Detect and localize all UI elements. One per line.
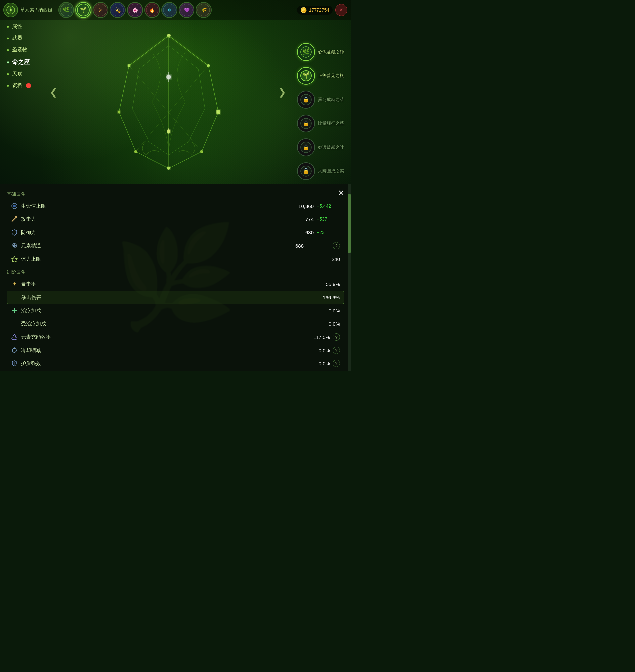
sidebar-item-weapon[interactable]: 武器 xyxy=(7,35,37,42)
svg-text:🔥: 🔥 xyxy=(149,7,155,13)
svg-point-1 xyxy=(9,9,12,11)
svg-text:💫: 💫 xyxy=(115,7,121,13)
char-avatar-6[interactable]: 🔥 xyxy=(144,2,160,18)
char-avatar-9[interactable]: 🌾 xyxy=(196,2,212,18)
nav-arrow-left[interactable]: ❮ xyxy=(50,86,57,97)
sidebar-label-info: 资料 xyxy=(12,82,22,89)
constellation-display xyxy=(53,20,284,184)
stats-close-button[interactable]: ✕ xyxy=(338,189,344,197)
stat-row-stamina: 体力上限 240 xyxy=(7,252,344,266)
def-bonus: +23 xyxy=(317,230,340,235)
char-avatar-8[interactable]: 💜 xyxy=(179,2,195,18)
section-label-basic: 基础属性 xyxy=(7,191,344,197)
crit-dmg-value: 166.6% xyxy=(313,295,340,300)
char-avatar-2[interactable]: 🌱 xyxy=(75,2,91,18)
cd-help-button[interactable]: ? xyxy=(333,346,340,354)
svg-text:💜: 💜 xyxy=(183,7,190,13)
arrow-left-icon: ❮ xyxy=(50,87,57,97)
scrollbar-thumb[interactable] xyxy=(348,194,351,253)
sidebar-item-talent[interactable]: 天赋 xyxy=(7,70,37,78)
shield-icon xyxy=(10,360,18,367)
arrow-right-icon: ❯ xyxy=(279,87,286,97)
svg-text:🌱: 🌱 xyxy=(80,7,87,13)
sidebar-item-artifact[interactable]: 圣遗物 xyxy=(7,46,37,53)
sidebar-item-attributes[interactable]: 属性 xyxy=(7,23,37,30)
sidebar-label-weapon: 武器 xyxy=(12,35,22,42)
stats-content: 基础属性 生命值上限 10,360 +5,442 攻击力 774 +537 防御… xyxy=(0,184,351,371)
sidebar-item-info[interactable]: 资料 🔴 xyxy=(7,82,37,89)
skill-item-6[interactable]: 🔒 大辨圆成之实 xyxy=(297,162,344,180)
stat-row-energy: 元素充能效率 117.5% ? xyxy=(7,330,344,343)
svg-point-55 xyxy=(13,205,16,207)
skill-icon-3: 🔒 xyxy=(297,91,315,109)
sidebar-item-constellation[interactable]: 命之座 … xyxy=(7,58,37,66)
stamina-label: 体力上限 xyxy=(21,256,313,262)
nav-close-button[interactable]: × xyxy=(335,4,347,16)
skill-item-1[interactable]: 🌿 心识蕴藏之种 xyxy=(297,43,344,61)
skill-icon-1: 🌿 xyxy=(297,43,315,61)
game-logo xyxy=(3,3,18,17)
sidebar-menu: 属性 武器 圣遗物 命之座 … 天赋 资料 🔴 xyxy=(7,23,37,89)
def-label: 防御力 xyxy=(21,229,287,236)
energy-help-button[interactable]: ? xyxy=(333,333,340,341)
crit-dmg-icon xyxy=(11,294,18,301)
char-avatar-7[interactable]: ❄ xyxy=(161,2,177,18)
gold-amount: 17772754 xyxy=(309,7,329,13)
char-avatar-1[interactable]: 🌿 xyxy=(58,2,74,18)
stat-row-crit-rate: ✦ 暴击率 55.9% xyxy=(7,277,344,291)
em-icon xyxy=(10,242,18,249)
heal-recv-label: 受治疗加成 xyxy=(21,321,313,327)
nav-arrow-right[interactable]: ❯ xyxy=(279,86,286,97)
svg-text:🔒: 🔒 xyxy=(303,96,309,103)
hp-bonus: +5,442 xyxy=(317,203,340,209)
svg-line-56 xyxy=(12,217,17,222)
skill-icon-4: 🔒 xyxy=(297,114,315,132)
section-label-advanced: 进阶属性 xyxy=(7,270,344,275)
atk-value: 774 xyxy=(287,216,313,222)
game-top-section: 草元素 / 纳西妲 🌿 🌱 ⚔ 💫 🌸 🔥 ❄ xyxy=(0,0,351,184)
shield-value: 0.0% xyxy=(304,361,330,366)
svg-text:🌱: 🌱 xyxy=(302,72,310,79)
skill-item-2[interactable]: 🌱 正等善见之根 xyxy=(297,67,344,85)
atk-bonus: +537 xyxy=(317,216,340,222)
crit-rate-label: 暴击率 xyxy=(21,281,313,287)
skill-item-3[interactable]: 🔒 熏习成就之芽 xyxy=(297,91,344,109)
stat-row-heal-bonus: 治疗加成 0.0% xyxy=(7,304,344,317)
sidebar-label-constellation: 命之座 xyxy=(12,58,30,66)
hp-value: 10,360 xyxy=(287,203,313,209)
sidebar-label-attributes: 属性 xyxy=(12,23,22,30)
gold-display: 🪙 17772754 xyxy=(297,6,333,15)
svg-text:⚔: ⚔ xyxy=(98,7,103,13)
constellation-skills-panel: 🌿 心识蕴藏之种 🌱 正等善见之根 🔒 熏习成就之芽 🔒 比量现行之茎 xyxy=(297,43,344,180)
stat-row-heal-recv: 受治疗加成 0.0% xyxy=(7,317,344,330)
heal-bonus-label: 治疗加成 xyxy=(21,308,313,314)
cd-label: 冷却缩减 xyxy=(21,347,304,354)
sidebar-label-artifact: 圣遗物 xyxy=(12,46,28,53)
heal-recv-value: 0.0% xyxy=(313,321,340,327)
char-avatar-4[interactable]: 💫 xyxy=(110,2,126,18)
skill-item-4[interactable]: 🔒 比量现行之茎 xyxy=(297,114,344,132)
hp-label: 生命值上限 xyxy=(21,203,287,209)
stamina-icon xyxy=(10,255,18,262)
skill-label-3: 熏习成就之芽 xyxy=(318,97,344,103)
char-avatar-5[interactable]: 🌸 xyxy=(127,2,143,18)
energy-label: 元素充能效率 xyxy=(21,334,304,340)
shield-help-button[interactable]: ? xyxy=(333,360,340,367)
stat-row-atk: 攻击力 774 +537 xyxy=(7,212,344,226)
hp-icon xyxy=(10,202,18,210)
skill-item-5[interactable]: 🔒 妙谛破愚之叶 xyxy=(297,139,344,156)
svg-rect-65 xyxy=(12,310,17,311)
energy-value: 117.5% xyxy=(304,334,330,340)
sidebar-label-talent: 天赋 xyxy=(12,70,22,78)
stat-row-cd: 冷却缩减 0.0% ? xyxy=(7,343,344,357)
svg-text:🔒: 🔒 xyxy=(303,168,309,174)
em-help-button[interactable]: ? xyxy=(333,242,340,249)
heal-recv-icon xyxy=(10,320,18,328)
stat-row-shield: 护盾强效 0.0% ? xyxy=(7,357,344,370)
character-list: 🌿 🌱 ⚔ 💫 🌸 🔥 ❄ 💜 🌾 xyxy=(58,2,294,18)
char-avatar-3[interactable]: ⚔ xyxy=(93,2,108,18)
svg-text:❄: ❄ xyxy=(167,7,171,13)
scrollbar-track[interactable] xyxy=(348,184,351,371)
atk-icon xyxy=(10,215,18,223)
skill-icon-5: 🔒 xyxy=(297,139,315,156)
